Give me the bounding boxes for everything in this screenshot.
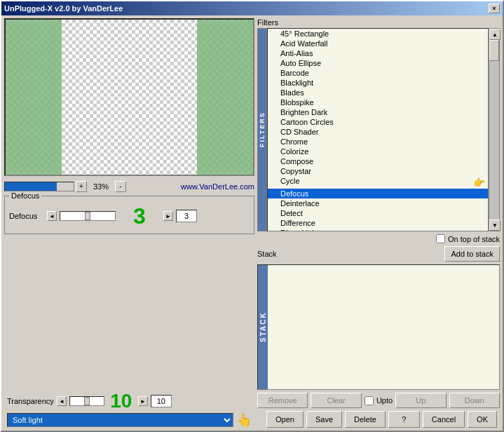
canvas-green-right [197,20,253,175]
progress-bar [4,182,74,191]
transparency-big-value: 10 [107,390,135,412]
filter-item-acid-waterfall[interactable]: Acid Waterfall [268,39,488,48]
filter-list[interactable]: 45° Rectangle Acid Waterfall Anti-Alias … [267,28,489,231]
transparency-row: Transparency ◄ 10 ► 10 [4,391,254,411]
save-button[interactable]: Save [306,411,342,428]
filter-item-copystar[interactable]: Copystar [268,166,488,176]
filter-item-auto-ellipse[interactable]: Auto Ellipse [268,58,488,68]
finger-icon: 👉 [473,177,485,188]
filter-item-difference[interactable]: Difference [268,218,488,228]
filter-item-barcode[interactable]: Barcode [268,68,488,78]
filter-item-blades[interactable]: Blades [268,88,488,97]
delete-button[interactable]: Delete [345,411,386,428]
cancel-button[interactable]: Cancel [423,411,465,428]
scrollbar-thumb[interactable] [489,40,499,61]
window-title: UnPlugged-X v2.0 by VanDerLee [4,4,123,13]
defocus-slider-label: Defocus [9,212,44,220]
defocus-big-value: 3 [118,203,161,229]
defocus-value-input[interactable]: 3 [176,210,197,222]
filter-item-chrome[interactable]: Chrome [268,137,488,147]
scrollbar-up-button[interactable]: ▲ [489,29,500,40]
close-button[interactable]: × [489,4,500,13]
main-window: UnPlugged-X v2.0 by VanDerLee × + [0,0,504,432]
stack-label: Stack [257,250,277,258]
left-spacer [4,237,254,392]
stack-buttons: Remove Clear Upto Up Down [257,393,500,408]
zoom-out-button[interactable]: - [115,181,126,192]
filter-item-defocus[interactable]: Defocus [268,189,488,198]
progress-bar-fill [5,182,57,191]
filter-item-cycle[interactable]: Cycle 👉 [268,176,488,189]
filter-item-blobspike[interactable]: Blobspike [268,97,488,107]
hand-pointer-icon: 👆 [236,412,252,428]
filter-item-detect[interactable]: Detect [268,208,488,218]
title-bar-buttons: × [489,4,500,13]
transparency-decrease-button[interactable]: ◄ [57,396,67,406]
zoom-bar: + 33% - www.VanDerLee.com [4,179,254,194]
transparency-label: Transparency [7,397,54,405]
upto-label: Upto [376,396,393,405]
defocus-decrease-button[interactable]: ◄ [47,211,57,221]
canvas-area [4,18,254,176]
on-top-row: On top of stack [257,234,500,243]
on-top-checkbox[interactable] [436,234,445,243]
left-panel: + 33% - www.VanDerLee.com Defocus Defocu… [1,15,257,431]
ok-button[interactable]: OK [468,411,497,428]
filter-item-anti-alias[interactable]: Anti-Alias [268,48,488,58]
stack-vertical-label: STACK [258,265,268,389]
filter-item-deinterlace[interactable]: Deinterlace [268,198,488,208]
transparency-slider-thumb[interactable] [84,397,90,405]
down-button[interactable]: Down [449,393,500,408]
cycle-label: Cycle [280,177,300,188]
filters-section: Filters FILTERS 45° Rectangle Acid Water… [257,18,500,231]
defocus-slider-thumb[interactable] [85,212,90,220]
zoom-value: 33% [88,182,114,191]
filter-list-scrollbar: ▲ ▼ [489,28,500,231]
upto-checkbox[interactable] [365,396,374,405]
filter-item-cartoon-circles[interactable]: Cartoon Circles [268,117,488,127]
transparency-increase-button[interactable]: ► [138,396,148,406]
defocus-increase-button[interactable]: ► [163,211,173,221]
defocus-group: Defocus Defocus ◄ 3 ► 3 [4,196,254,234]
filter-item-compose[interactable]: Compose [268,156,488,166]
stack-content [268,265,499,389]
filter-item-colorize[interactable]: Colorize [268,147,488,156]
stack-area: STACK [257,264,500,390]
blend-mode-select[interactable]: Soft light [7,413,233,427]
add-to-stack-button[interactable]: Add to stack [444,246,500,262]
filter-item-brighten-dark[interactable]: Brighten Dark [268,107,488,117]
filter-list-container: FILTERS 45° Rectangle Acid Waterfall Ant… [257,28,500,231]
clear-button[interactable]: Clear [311,393,361,408]
remove-button[interactable]: Remove [257,393,308,408]
upto-row: Upto [365,393,393,408]
open-button[interactable]: Open [266,411,304,428]
right-panel: Filters FILTERS 45° Rectangle Acid Water… [257,15,503,431]
scrollbar-track[interactable] [489,40,499,220]
filters-vertical-label: FILTERS [257,28,267,231]
transparency-slider-track[interactable] [69,396,104,406]
filter-item-cd-shader[interactable]: CD Shader [268,127,488,137]
footer-buttons: Open Save Delete ? Cancel OK [257,408,500,431]
filter-item-blacklight[interactable]: Blacklight [268,78,488,88]
canvas-green-left [6,20,62,175]
help-button[interactable]: ? [388,411,420,428]
on-top-label: On top of stack [448,235,500,243]
scrollbar-down-button[interactable]: ▼ [489,220,500,231]
title-bar: UnPlugged-X v2.0 by VanDerLee × [1,1,503,15]
zoom-in-button[interactable]: + [76,181,87,192]
defocus-slider-row: Defocus ◄ 3 ► 3 [9,203,250,229]
filter-item-rect45[interactable]: 45° Rectangle [268,29,488,39]
stack-header: Stack Add to stack [257,246,500,262]
defocus-group-title: Defocus [9,191,41,200]
filters-label: Filters [257,18,500,27]
stack-section: Stack Add to stack STACK Remove Clear Up… [257,246,500,408]
transparency-value-input[interactable]: 10 [151,395,172,407]
defocus-slider-track[interactable] [60,211,116,221]
filter-item-disco-lights[interactable]: Disco Lights [268,228,488,231]
blend-mode-row: Soft light 👆 [4,411,254,431]
website-label: www.VanDerLee.com [181,182,254,191]
up-button[interactable]: Up [395,393,446,408]
window-body: + 33% - www.VanDerLee.com Defocus Defocu… [1,15,503,431]
